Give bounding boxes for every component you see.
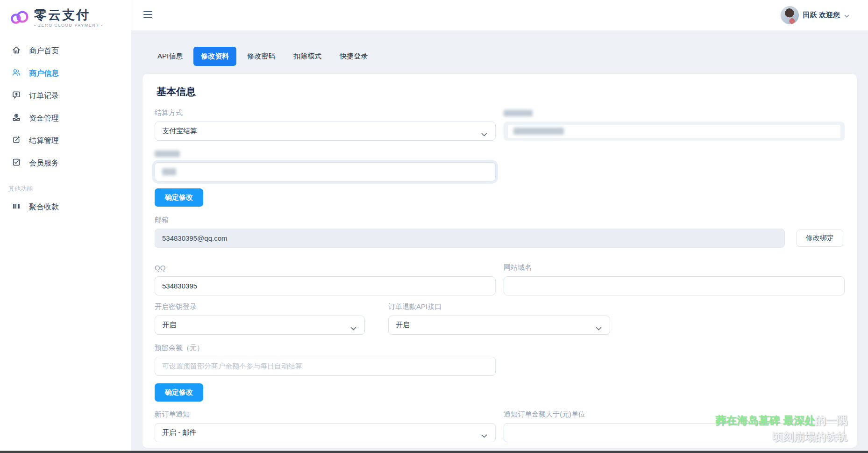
sidebar-item-label: 会员服务 bbox=[29, 158, 59, 168]
key-login-select[interactable]: 开启 bbox=[155, 316, 365, 335]
tab-edit-profile[interactable]: 修改资料 bbox=[193, 47, 236, 66]
refund-api-value: 开启 bbox=[396, 321, 410, 330]
chevron-down-icon bbox=[844, 11, 849, 20]
chevron-down-icon bbox=[481, 130, 487, 138]
tab-api-info[interactable]: API信息 bbox=[150, 47, 190, 66]
window-bottom-edge bbox=[0, 451, 868, 453]
confirm-edit-button[interactable]: 确定修改 bbox=[155, 383, 203, 402]
sidebar-item-member-service[interactable]: 会员服务 bbox=[0, 152, 131, 174]
key-login-label: 开启密钥登录 bbox=[155, 303, 365, 310]
reserved-balance-field[interactable]: 可设置预留部分商户余额不参与每日自动结算 bbox=[155, 357, 496, 376]
rebind-button[interactable]: 修改绑定 bbox=[797, 230, 843, 247]
avatar bbox=[781, 6, 799, 24]
order-record-icon bbox=[12, 90, 21, 101]
card-title: 基本信息 bbox=[157, 85, 845, 98]
redacted-label bbox=[504, 110, 533, 116]
notify-amount-field[interactable] bbox=[504, 423, 845, 442]
new-order-notify-value: 开启 - 邮件 bbox=[162, 428, 196, 437]
new-order-notify-select[interactable]: 开启 - 邮件 bbox=[155, 423, 496, 442]
new-order-notify-label: 新订单通知 bbox=[155, 411, 496, 418]
user-greeting: 田跃 欢迎您 bbox=[803, 11, 840, 20]
reserved-balance-placeholder: 可设置预留部分商户余额不参与每日自动结算 bbox=[162, 362, 302, 371]
domain-label: 网站域名 bbox=[504, 264, 845, 271]
cloud-logo-icon bbox=[10, 8, 30, 29]
confirm-edit-button[interactable]: 确定修改 bbox=[155, 188, 203, 207]
sidebar-item-aggregate-collection[interactable]: 聚合收款 bbox=[0, 196, 131, 218]
topbar: 田跃 欢迎您 bbox=[131, 0, 868, 31]
sidebar-item-settlement-management[interactable]: 结算管理 bbox=[0, 129, 131, 152]
email-label: 邮箱 bbox=[155, 216, 845, 223]
email-value: 534830395@qq.com bbox=[162, 234, 228, 242]
sidebar-section-label: 其他功能 bbox=[8, 185, 131, 193]
chevron-down-icon bbox=[596, 324, 602, 332]
settle-method-value: 支付宝结算 bbox=[162, 127, 197, 136]
sidebar-item-order-records[interactable]: 订单记录 bbox=[0, 85, 131, 107]
brand-logo: 零云支付 - ZERO CLOUD PAYMENT - bbox=[0, 0, 131, 29]
users-icon bbox=[12, 68, 21, 79]
main-content: API信息 修改资料 修改密码 扣除模式 快捷登录 基本信息 结算方式 支付宝结… bbox=[131, 31, 868, 453]
notify-amount-label: 通知订单金额大于(元)单位 bbox=[504, 411, 845, 418]
sidebar-item-label: 结算管理 bbox=[29, 136, 59, 146]
home-icon bbox=[12, 45, 21, 57]
key-login-value: 开启 bbox=[162, 321, 176, 330]
settle-method-select[interactable]: 支付宝结算 bbox=[155, 122, 496, 141]
qq-field[interactable]: 534830395 bbox=[155, 276, 496, 295]
redacted-input[interactable] bbox=[504, 122, 845, 141]
brand-tagline: - ZERO CLOUD PAYMENT - bbox=[34, 23, 103, 28]
sidebar-item-merchant-info[interactable]: 商户信息 bbox=[0, 62, 131, 85]
sidebar-item-label: 订单记录 bbox=[29, 91, 59, 101]
hamburger-menu-icon[interactable] bbox=[143, 11, 152, 19]
reserved-balance-label: 预留余额（元） bbox=[155, 345, 496, 352]
tab-bar: API信息 修改资料 修改密码 扣除模式 快捷登录 bbox=[131, 31, 868, 66]
domain-field[interactable] bbox=[504, 276, 845, 295]
qq-label: QQ bbox=[155, 264, 496, 271]
email-field[interactable]: 534830395@qq.com bbox=[155, 229, 785, 248]
tab-change-password[interactable]: 修改密码 bbox=[240, 47, 283, 66]
barcode-icon bbox=[12, 201, 21, 213]
member-service-icon bbox=[12, 158, 21, 169]
settlement-icon bbox=[12, 135, 21, 146]
refund-api-label: 订单退款API接口 bbox=[388, 303, 610, 310]
settle-method-label: 结算方式 bbox=[155, 109, 496, 116]
sidebar-item-merchant-home[interactable]: 商户首页 bbox=[0, 40, 131, 62]
sidebar-item-label: 聚合收款 bbox=[29, 202, 59, 212]
brand-name: 零云支付 bbox=[34, 8, 103, 22]
qq-value: 534830395 bbox=[162, 282, 197, 290]
sidebar-item-label: 商户信息 bbox=[29, 69, 59, 79]
basic-info-card: 基本信息 结算方式 支付宝结算 bbox=[142, 74, 857, 448]
sidebar: 零云支付 - ZERO CLOUD PAYMENT - 商户首页 商户信息 bbox=[0, 0, 131, 451]
chevron-down-icon bbox=[481, 431, 487, 439]
tab-deduction-mode[interactable]: 扣除模式 bbox=[286, 47, 329, 66]
sidebar-item-funds-management[interactable]: 资金管理 bbox=[0, 107, 131, 129]
sidebar-menu: 商户首页 商户信息 订单记录 bbox=[0, 40, 131, 218]
funds-icon bbox=[12, 113, 21, 124]
user-menu[interactable]: 田跃 欢迎您 bbox=[781, 6, 849, 24]
tab-quick-login[interactable]: 快捷登录 bbox=[332, 47, 375, 66]
refund-api-select[interactable]: 开启 bbox=[388, 316, 610, 335]
sidebar-item-label: 资金管理 bbox=[29, 114, 59, 123]
redacted-label bbox=[155, 151, 180, 157]
chevron-down-icon bbox=[350, 324, 356, 332]
redacted-value bbox=[162, 168, 176, 175]
redacted-input[interactable] bbox=[155, 162, 496, 181]
redacted-value bbox=[513, 128, 564, 135]
sidebar-item-label: 商户首页 bbox=[29, 46, 59, 56]
